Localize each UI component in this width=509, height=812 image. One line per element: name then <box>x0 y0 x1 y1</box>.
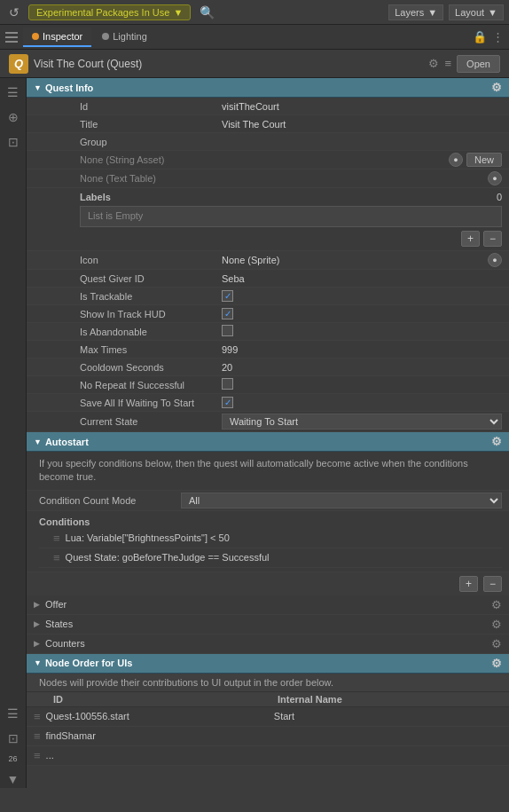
node-row-1-handle: ≡ <box>34 710 41 723</box>
condition-mode-value: All <box>181 493 502 508</box>
labels-title: Labels <box>80 192 111 202</box>
new-button[interactable]: New <box>466 153 502 167</box>
conditions-remove-button[interactable]: − <box>483 576 502 592</box>
is-trackable-value <box>222 290 502 302</box>
condition-handle-1: ≡ <box>53 532 60 545</box>
states-gear-icon[interactable]: ⚙ <box>491 618 502 631</box>
node-row-3-id: ... <box>46 750 274 761</box>
condition-item-2: ≡ Quest State: goBeforeTheJudge == Succe… <box>39 548 502 568</box>
condition-mode-select[interactable]: All <box>181 493 502 508</box>
node-row-3-handle: ≡ <box>34 749 41 762</box>
layers-arrow-icon: ▼ <box>427 7 437 18</box>
search-button[interactable]: 🔍 <box>200 5 215 20</box>
text-table-circle-button[interactable]: ● <box>488 171 502 185</box>
sidebar-icon-2[interactable]: ⊕ <box>4 108 22 126</box>
quest-icon: Q <box>9 54 28 74</box>
node-row-3: ≡ ... <box>27 746 509 766</box>
quest-giver-label: Quest Giver ID <box>80 273 222 284</box>
conditions-section: Conditions ≡ Lua: Variable["BrightnessPo… <box>27 511 509 572</box>
node-col-name-header: Internal Name <box>278 694 502 705</box>
show-hud-value <box>222 308 502 319</box>
show-hud-checkbox[interactable] <box>222 308 233 319</box>
labels-remove-button[interactable]: − <box>483 231 502 247</box>
layers-dropdown[interactable]: Layers ▼ <box>388 4 443 20</box>
condition-handle-2: ≡ <box>53 551 60 564</box>
node-table-header: ID Internal Name <box>27 692 509 707</box>
offer-arrow-icon: ▶ <box>34 600 40 609</box>
sidebar-icon-3[interactable]: ⊡ <box>4 133 22 151</box>
node-row-2-id: findShamar <box>46 730 274 741</box>
tab-bar: Inspector Lighting 🔒 ⋮ <box>0 25 509 50</box>
field-row-current-state: Current State Waiting To Start <box>27 412 509 432</box>
condition-text-2: Quest State: goBeforeTheJudge == Success… <box>66 552 270 563</box>
sidebar-icon-1[interactable]: ☰ <box>4 83 22 101</box>
undo-button[interactable]: ↺ <box>5 4 23 21</box>
tab-lighting[interactable]: Lighting <box>93 28 156 47</box>
states-section-header[interactable]: ▶ States ⚙ <box>27 615 509 635</box>
states-arrow-icon: ▶ <box>34 619 40 628</box>
labels-header: Labels 0 <box>80 192 502 202</box>
tab-inspector[interactable]: Inspector <box>23 28 91 47</box>
condition-mode-label: Condition Count Mode <box>39 495 181 506</box>
cooldown-value: 20 <box>222 362 502 373</box>
sidebar-scroll-down[interactable]: ▼ <box>4 770 22 788</box>
settings-icon[interactable]: ⚙ <box>428 57 439 70</box>
lock-icon[interactable]: 🔒 <box>473 30 487 43</box>
sidebar-toggle-icon[interactable] <box>5 32 18 43</box>
no-repeat-checkbox[interactable] <box>222 378 233 390</box>
field-row-group: Group <box>27 133 509 151</box>
sidebar-number: 26 <box>8 754 17 763</box>
node-row-1-id: Quest-100556.start <box>46 711 274 721</box>
save-all-checkbox[interactable] <box>222 397 233 408</box>
autostart-section-header[interactable]: ▼ Autostart ⚙ <box>27 432 509 452</box>
open-button[interactable]: Open <box>457 55 500 73</box>
lighting-tab-dot <box>102 33 109 40</box>
field-row-save-all: Save All If Waiting To Start <box>27 394 509 412</box>
quest-giver-value: Seba <box>222 273 502 284</box>
icon-circle-button[interactable]: ● <box>488 253 502 267</box>
left-sidebar: ☰ ⊕ ⊡ ☰ ⊡ 26 ▼ <box>0 78 27 788</box>
sidebar-icon-bottom-1[interactable]: ☰ <box>4 705 22 722</box>
more-options-icon[interactable]: ⋮ <box>492 30 504 43</box>
save-all-label: Save All If Waiting To Start <box>80 398 222 408</box>
experimental-packages-button[interactable]: Experimental Packages In Use ▼ <box>28 4 191 20</box>
is-abandonable-checkbox[interactable] <box>222 325 233 336</box>
current-state-label: Current State <box>80 416 222 427</box>
offer-section-header[interactable]: ▶ Offer ⚙ <box>27 595 509 615</box>
layout-dropdown[interactable]: Layout ▼ <box>449 4 504 20</box>
is-trackable-checkbox[interactable] <box>222 290 233 302</box>
quest-info-gear-icon[interactable]: ⚙ <box>491 81 502 94</box>
id-label: Id <box>80 101 222 112</box>
sidebar-icon-bottom-2[interactable]: ⊡ <box>4 729 22 747</box>
field-row-max-times: Max Times 999 <box>27 341 509 359</box>
string-asset-circle-button[interactable]: ● <box>449 153 463 167</box>
node-order-gear-icon[interactable]: ⚙ <box>491 657 502 670</box>
node-order-arrow-icon: ▼ <box>34 658 42 667</box>
inspector-panel: ▼ Quest Info ⚙ Id visitTheCourt Title Vi… <box>27 78 509 788</box>
exp-pkg-label: Experimental Packages In Use <box>36 7 169 18</box>
conditions-title: Conditions <box>39 515 502 529</box>
quest-info-arrow-icon: ▼ <box>34 83 42 92</box>
field-row-icon: Icon None (Sprite) ● <box>27 251 509 270</box>
counters-gear-icon[interactable]: ⚙ <box>491 637 502 650</box>
quest-info-section-header[interactable]: ▼ Quest Info ⚙ <box>27 78 509 98</box>
node-order-title: Node Order for UIs <box>45 658 132 668</box>
counters-label: Counters <box>45 638 85 649</box>
offer-gear-icon[interactable]: ⚙ <box>491 598 502 611</box>
counters-section-header[interactable]: ▶ Counters ⚙ <box>27 635 509 654</box>
labels-controls: + − <box>80 231 502 247</box>
node-info-text: Nodes will provide their contributions t… <box>39 677 333 688</box>
current-state-select[interactable]: Waiting To Start <box>222 414 502 430</box>
list-icon[interactable]: ≡ <box>444 57 451 70</box>
autostart-gear-icon[interactable]: ⚙ <box>491 435 502 448</box>
conditions-add-button[interactable]: + <box>459 576 478 592</box>
text-table-row: None (Text Table) ● <box>27 169 509 188</box>
labels-add-button[interactable]: + <box>461 231 480 247</box>
node-row-1: ≡ Quest-100556.start Start <box>27 707 509 727</box>
autostart-arrow-icon: ▼ <box>34 438 42 446</box>
group-label: Group <box>80 137 222 147</box>
field-row-show-hud: Show In Track HUD <box>27 305 509 323</box>
field-row-quest-giver: Quest Giver ID Seba <box>27 270 509 288</box>
field-row-is-abandonable: Is Abandonable <box>27 323 509 341</box>
node-order-section-header[interactable]: ▼ Node Order for UIs ⚙ <box>27 654 509 674</box>
